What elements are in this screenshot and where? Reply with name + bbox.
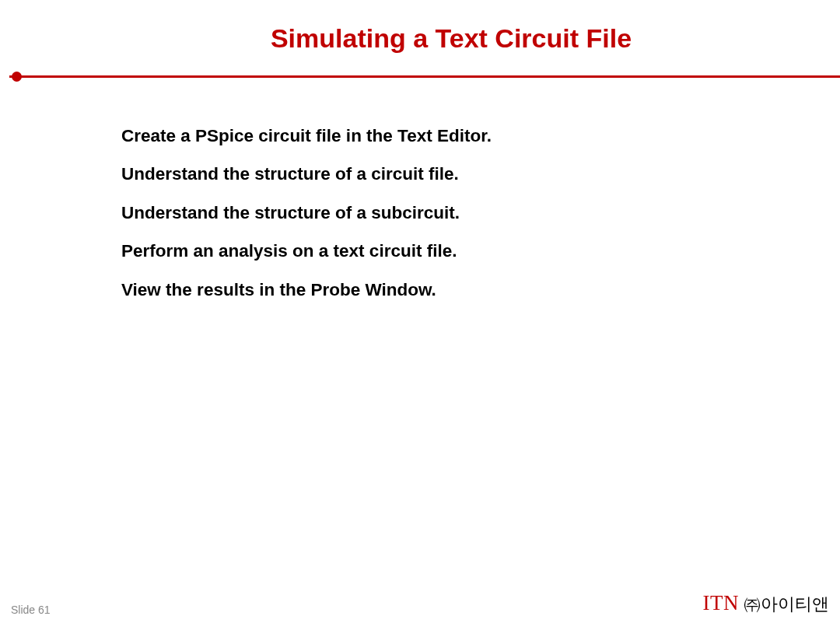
bullet-item: Perform an analysis on a text circuit fi… — [121, 240, 840, 263]
company-logo: ITN ㈜아이티앤 — [703, 591, 829, 616]
footer: Slide 61 ITN ㈜아이티앤 — [0, 591, 840, 616]
divider — [9, 75, 840, 78]
logo-en: ITN — [703, 591, 739, 615]
divider-line — [9, 75, 840, 78]
slide-number: Slide 61 — [11, 604, 51, 616]
bullet-item: Understand the structure of a circuit fi… — [121, 163, 840, 186]
slide-title: Simulating a Text Circuit File — [0, 0, 840, 54]
divider-dot — [12, 72, 22, 82]
bullet-item: Create a PSpice circuit file in the Text… — [121, 124, 840, 148]
bullet-item: Understand the structure of a subcircuit… — [121, 201, 840, 225]
logo-ko: ㈜아이티앤 — [744, 593, 829, 616]
content-area: Create a PSpice circuit file in the Text… — [0, 78, 840, 302]
bullet-item: View the results in the Probe Window. — [121, 278, 840, 302]
